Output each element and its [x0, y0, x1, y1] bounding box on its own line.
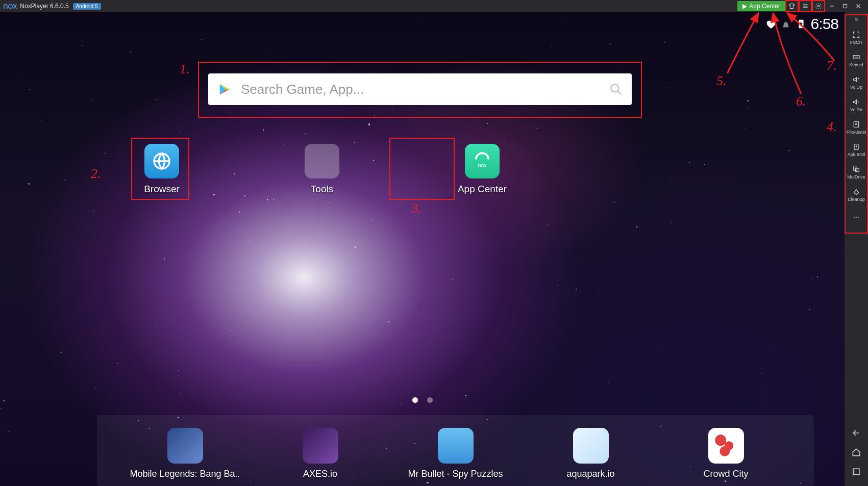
- search-input[interactable]: [241, 82, 609, 97]
- svg-line-25: [617, 91, 621, 94]
- play-icon: ▶: [742, 3, 747, 10]
- dock-label: Mr Bullet - Spy Puzzles: [408, 469, 503, 479]
- sidebar-label: Apk Instl: [848, 152, 865, 157]
- menu-icon-button[interactable]: [799, 0, 812, 12]
- app-tools-folder[interactable]: Tools: [292, 144, 352, 195]
- shirt-icon-button[interactable]: [785, 0, 799, 12]
- sidebar-label: FileAssist: [847, 130, 866, 135]
- status-time: 6:58: [811, 15, 838, 33]
- dock-label: Mobile Legends: Bang Ba..: [130, 469, 240, 479]
- app-label: App Center: [458, 184, 507, 195]
- sidebar-muldrive[interactable]: MulDrive: [845, 161, 867, 184]
- dock-app-2[interactable]: AXES.io: [262, 428, 379, 479]
- sidebar-label: VolDn: [850, 107, 862, 112]
- gear-icon-button[interactable]: [812, 0, 825, 12]
- appcenter-icon: nox: [465, 144, 500, 178]
- android-nav: [845, 428, 868, 486]
- sidebar-fileassist[interactable]: FileAssist: [845, 116, 867, 139]
- android-status-bar: 6:58: [765, 15, 838, 33]
- sidebar-label: FSCR: [850, 40, 863, 45]
- app-label: Tools: [311, 184, 333, 195]
- notification-icon: [780, 18, 791, 30]
- search-bar[interactable]: [208, 73, 632, 105]
- android-home-button[interactable]: [851, 447, 861, 459]
- dock: Mobile Legends: Bang Ba.. AXES.io Mr Bul…: [97, 415, 814, 486]
- dock-app-5[interactable]: Crowd City: [667, 428, 785, 479]
- folder-icon: [305, 144, 339, 178]
- sidebar-apkinstl[interactable]: Apk Instl: [845, 139, 867, 161]
- app-center-label: App Center: [749, 3, 780, 10]
- app-appcenter[interactable]: nox App Center: [452, 144, 512, 195]
- svg-point-21: [858, 217, 859, 218]
- close-button[interactable]: [852, 0, 865, 12]
- sidebar-label: Cleanup: [848, 197, 865, 202]
- sidebar-fullscreen[interactable]: FSCR: [845, 27, 867, 49]
- dock-label: AXES.io: [303, 469, 337, 479]
- maximize-button[interactable]: [838, 0, 852, 12]
- sidebar-more[interactable]: [845, 206, 867, 228]
- nox-logo: ᑎOX: [3, 3, 17, 10]
- svg-point-3: [817, 5, 820, 7]
- svg-point-24: [611, 84, 618, 92]
- android-viewport: 6:58 Browser Tools nox A: [0, 12, 845, 486]
- sidebar-collapse-button[interactable]: [852, 15, 860, 24]
- right-sidebar: FSCR Keyset VolUp VolDn FileAssist Apk I…: [845, 12, 868, 486]
- sidebar-keyset[interactable]: Keyset: [845, 49, 867, 71]
- battery-charging-icon: [796, 18, 807, 30]
- app-browser[interactable]: Browser: [132, 144, 192, 195]
- app-title: NoxPlayer 6.6.0.5: [20, 3, 68, 10]
- dock-app-3[interactable]: Mr Bullet - Spy Puzzles: [397, 428, 514, 479]
- sidebar-label: MulDrive: [847, 174, 865, 180]
- sidebar-label: VolUp: [850, 85, 862, 90]
- dock-label: Crowd City: [703, 469, 748, 479]
- dock-label: aquapark.io: [566, 469, 614, 479]
- sidebar-volup[interactable]: VolUp: [845, 71, 867, 94]
- sidebar-label: Keyset: [849, 62, 863, 67]
- sidebar-cleanup[interactable]: Cleanup: [845, 184, 867, 206]
- dock-app-4[interactable]: aquapark.io: [532, 428, 650, 479]
- page-dot-1[interactable]: [412, 397, 418, 403]
- android-version-tag: Android 5: [73, 3, 101, 10]
- svg-rect-5: [844, 5, 847, 8]
- svg-text:nox: nox: [478, 162, 487, 168]
- app-label: Browser: [144, 184, 180, 195]
- android-recents-button[interactable]: [851, 467, 861, 479]
- sidebar-voldn[interactable]: VolDn: [845, 94, 867, 116]
- browser-icon: [144, 144, 179, 178]
- dock-app-1[interactable]: Mobile Legends: Bang Ba..: [127, 428, 244, 479]
- search-icon: [609, 83, 623, 96]
- android-back-button[interactable]: [851, 428, 861, 440]
- app-center-button[interactable]: ▶ App Center: [737, 1, 785, 11]
- home-apps-row: Browser Tools nox App Center: [132, 144, 512, 195]
- heart-icon: [765, 18, 776, 30]
- svg-rect-22: [853, 469, 859, 475]
- page-dot-2[interactable]: [427, 397, 433, 403]
- page-indicator[interactable]: [412, 397, 433, 403]
- titlebar: ᑎOX NoxPlayer 6.6.0.5 Android 5 ▶ App Ce…: [0, 0, 868, 12]
- minimize-button[interactable]: [825, 0, 838, 12]
- svg-point-20: [856, 217, 857, 218]
- svg-point-19: [854, 217, 855, 218]
- google-play-icon: [217, 82, 232, 96]
